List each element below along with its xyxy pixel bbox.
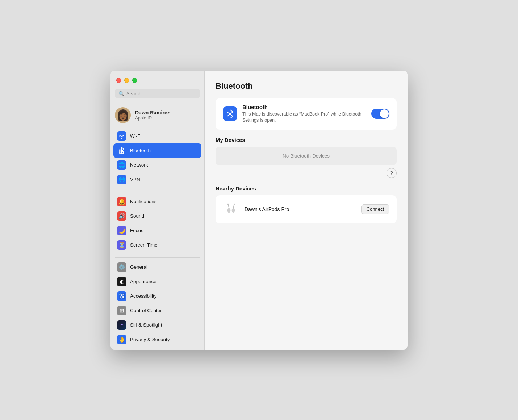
sidebar-label-screentime: Screen Time bbox=[130, 242, 158, 248]
sidebar-item-vpn[interactable]: 🌐 VPN bbox=[113, 172, 201, 187]
no-devices-text: No Bluetooth Devices bbox=[283, 153, 330, 159]
close-button[interactable] bbox=[116, 78, 121, 83]
sidebar-item-appearance[interactable]: ◐ Appearance bbox=[113, 274, 201, 289]
sidebar-section-network: Wi-Fi Bluetooth 🌐 Network bbox=[110, 129, 204, 190]
main-content: Bluetooth Bluetooth This Mac is discover… bbox=[205, 71, 408, 350]
wifi-icon bbox=[117, 131, 126, 141]
divider-2 bbox=[115, 257, 200, 258]
siri-icon: ✦ bbox=[117, 320, 126, 330]
maximize-button[interactable] bbox=[132, 78, 137, 83]
svg-line-7 bbox=[228, 205, 229, 208]
bluetooth-toggle[interactable] bbox=[371, 109, 389, 119]
airpods-icon bbox=[223, 201, 239, 218]
bluetooth-card: Bluetooth This Mac is discoverable as “M… bbox=[216, 98, 397, 130]
divider-1 bbox=[115, 192, 200, 192]
search-box[interactable]: 🔍 bbox=[115, 89, 200, 98]
avatar: 👩🏾 bbox=[115, 107, 131, 123]
bluetooth-info: Bluetooth This Mac is discoverable as “M… bbox=[242, 104, 366, 124]
sidebar-label-general: General bbox=[130, 264, 147, 270]
search-icon: 🔍 bbox=[118, 91, 124, 96]
vpn-icon: 🌐 bbox=[117, 175, 126, 184]
sidebar-item-wifi[interactable]: Wi-Fi bbox=[113, 129, 201, 143]
sidebar-label-notifications: Notifications bbox=[130, 199, 157, 204]
sidebar-label-appearance: Appearance bbox=[130, 279, 156, 284]
sidebar-item-privacy[interactable]: 🤚 Privacy & Security bbox=[113, 332, 201, 347]
sidebar-item-network[interactable]: 🌐 Network bbox=[113, 158, 201, 172]
bluetooth-icon bbox=[117, 146, 126, 155]
user-name: Dawn Ramirez bbox=[135, 110, 170, 116]
sidebar-label-sound: Sound bbox=[130, 213, 144, 219]
sidebar-item-focus[interactable]: 🌙 Focus bbox=[113, 223, 201, 238]
sidebar-label-bluetooth: Bluetooth bbox=[130, 148, 151, 153]
toggle-knob bbox=[380, 109, 389, 118]
minimize-button[interactable] bbox=[124, 78, 129, 83]
sidebar-item-notifications[interactable]: 🔔 Notifications bbox=[113, 194, 201, 209]
sidebar-item-screentime[interactable]: ⏳ Screen Time bbox=[113, 238, 201, 252]
page-title: Bluetooth bbox=[216, 81, 397, 91]
sidebar-label-focus: Focus bbox=[130, 228, 143, 233]
focus-icon: 🌙 bbox=[117, 226, 126, 235]
sidebar-label-vpn: VPN bbox=[130, 177, 140, 182]
svg-point-8 bbox=[227, 203, 229, 205]
sidebar-section-preferences: ⚙️ General ◐ Appearance ♿ Accessibility … bbox=[110, 260, 204, 350]
bluetooth-card-description: This Mac is discoverable as “MacBook Pro… bbox=[242, 111, 366, 124]
svg-line-4 bbox=[227, 112, 230, 114]
device-row: Dawn's AirPods Pro Connect bbox=[223, 201, 389, 218]
search-container: 🔍 bbox=[110, 89, 204, 104]
sidebar-label-siri: Siri & Spotlight bbox=[130, 322, 162, 328]
nearby-devices-card: Dawn's AirPods Pro Connect bbox=[216, 195, 397, 223]
privacy-icon: 🤚 bbox=[117, 335, 126, 344]
sidebar-item-bluetooth[interactable]: Bluetooth bbox=[113, 143, 201, 158]
device-name: Dawn's AirPods Pro bbox=[245, 206, 356, 212]
sidebar-section-system: 🔔 Notifications 🔊 Sound 🌙 Focus ⏳ Screen… bbox=[110, 194, 204, 255]
controlcenter-icon: ⊞ bbox=[117, 306, 126, 315]
sidebar-label-wifi: Wi-Fi bbox=[130, 133, 141, 139]
screentime-icon: ⏳ bbox=[117, 240, 126, 250]
sidebar-item-accessibility[interactable]: ♿ Accessibility bbox=[113, 289, 201, 303]
sidebar-label-controlcenter: Control Center bbox=[130, 308, 162, 313]
svg-point-6 bbox=[227, 208, 230, 213]
my-devices-header: My Devices bbox=[216, 137, 397, 143]
sidebar-label-privacy: Privacy & Security bbox=[130, 337, 170, 342]
network-icon: 🌐 bbox=[117, 160, 126, 170]
bluetooth-row: Bluetooth This Mac is discoverable as “M… bbox=[223, 104, 389, 124]
user-info: Dawn Ramirez Apple ID bbox=[135, 110, 170, 121]
connect-button[interactable]: Connect bbox=[361, 204, 389, 214]
system-settings-window: 🔍 👩🏾 Dawn Ramirez Apple ID Wi-Fi bbox=[110, 71, 408, 350]
sidebar-item-siri[interactable]: ✦ Siri & Spotlight bbox=[113, 318, 201, 332]
help-button[interactable]: ? bbox=[387, 168, 397, 178]
appearance-icon: ◐ bbox=[117, 277, 126, 286]
bluetooth-card-title: Bluetooth bbox=[242, 104, 366, 110]
user-profile[interactable]: 👩🏾 Dawn Ramirez Apple ID bbox=[110, 104, 204, 129]
sound-icon: 🔊 bbox=[117, 211, 126, 221]
sidebar-item-sound[interactable]: 🔊 Sound bbox=[113, 209, 201, 223]
notifications-icon: 🔔 bbox=[117, 197, 126, 206]
user-subtitle: Apple ID bbox=[135, 116, 170, 121]
svg-line-5 bbox=[227, 114, 230, 116]
svg-point-11 bbox=[234, 203, 235, 205]
general-icon: ⚙️ bbox=[117, 262, 126, 272]
sidebar-label-network: Network bbox=[130, 162, 148, 168]
help-row: ? bbox=[216, 168, 397, 178]
search-input[interactable] bbox=[126, 91, 196, 96]
no-devices-card: No Bluetooth Devices bbox=[216, 147, 397, 165]
sidebar-label-accessibility: Accessibility bbox=[130, 293, 157, 299]
sidebar: 🔍 👩🏾 Dawn Ramirez Apple ID Wi-Fi bbox=[110, 71, 205, 350]
accessibility-icon: ♿ bbox=[117, 291, 126, 301]
svg-point-9 bbox=[232, 208, 235, 213]
sidebar-item-controlcenter[interactable]: ⊞ Control Center bbox=[113, 303, 201, 318]
sidebar-item-general[interactable]: ⚙️ General bbox=[113, 260, 201, 274]
bluetooth-card-icon bbox=[223, 106, 237, 121]
traffic-lights bbox=[110, 78, 204, 89]
svg-line-10 bbox=[233, 205, 234, 208]
nearby-devices-header: Nearby Devices bbox=[216, 185, 397, 192]
